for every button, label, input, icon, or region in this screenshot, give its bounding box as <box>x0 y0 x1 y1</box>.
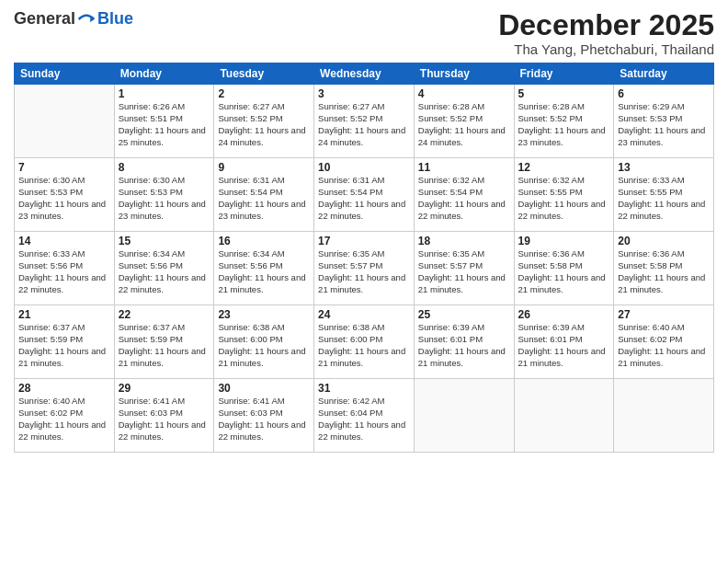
table-row: 31Sunrise: 6:42 AMSunset: 6:04 PMDayligh… <box>314 379 415 453</box>
day-number: 29 <box>119 382 210 395</box>
title-section: December 2025 Tha Yang, Phetchaburi, Tha… <box>498 9 714 57</box>
table-row: 8Sunrise: 6:30 AMSunset: 5:53 PMDaylight… <box>114 158 214 232</box>
table-row <box>614 379 714 453</box>
day-number: 21 <box>18 308 110 321</box>
table-row <box>15 85 115 158</box>
table-row: 29Sunrise: 6:41 AMSunset: 6:03 PMDayligh… <box>114 379 214 453</box>
calendar-week-row: 1Sunrise: 6:26 AMSunset: 5:51 PMDaylight… <box>15 85 714 158</box>
calendar-table: Sunday Monday Tuesday Wednesday Thursday… <box>14 63 714 453</box>
day-info: Sunrise: 6:34 AMSunset: 5:56 PMDaylight:… <box>119 248 210 295</box>
table-row: 6Sunrise: 6:29 AMSunset: 5:53 PMDaylight… <box>614 85 714 158</box>
day-number: 14 <box>18 235 110 247</box>
day-number: 31 <box>318 382 410 395</box>
col-sunday: Sunday <box>15 63 115 85</box>
day-info: Sunrise: 6:32 AMSunset: 5:54 PMDaylight:… <box>418 175 510 222</box>
day-info: Sunrise: 6:31 AMSunset: 5:54 PMDaylight:… <box>318 175 410 222</box>
col-thursday: Thursday <box>414 63 514 85</box>
day-info: Sunrise: 6:41 AMSunset: 6:03 PMDaylight:… <box>218 396 310 442</box>
day-info: Sunrise: 6:40 AMSunset: 6:02 PMDaylight:… <box>18 396 110 442</box>
day-info: Sunrise: 6:38 AMSunset: 6:00 PMDaylight:… <box>218 322 310 369</box>
table-row: 21Sunrise: 6:37 AMSunset: 5:59 PMDayligh… <box>15 305 115 379</box>
col-tuesday: Tuesday <box>214 63 314 85</box>
table-row: 11Sunrise: 6:32 AMSunset: 5:54 PMDayligh… <box>414 158 514 232</box>
day-number: 20 <box>618 235 710 247</box>
day-number: 8 <box>119 161 210 174</box>
day-info: Sunrise: 6:36 AMSunset: 5:58 PMDaylight:… <box>518 248 610 295</box>
table-row: 14Sunrise: 6:33 AMSunset: 5:56 PMDayligh… <box>15 232 115 305</box>
day-number: 6 <box>618 87 710 100</box>
day-number: 12 <box>518 161 610 174</box>
day-number: 23 <box>218 308 310 321</box>
day-info: Sunrise: 6:33 AMSunset: 5:55 PMDaylight:… <box>618 175 710 222</box>
day-number: 7 <box>18 161 110 174</box>
table-row: 10Sunrise: 6:31 AMSunset: 5:54 PMDayligh… <box>314 158 415 232</box>
table-row: 26Sunrise: 6:39 AMSunset: 6:01 PMDayligh… <box>514 305 614 379</box>
col-friday: Friday <box>514 63 614 85</box>
day-info: Sunrise: 6:35 AMSunset: 5:57 PMDaylight:… <box>418 248 510 295</box>
calendar-header-row: Sunday Monday Tuesday Wednesday Thursday… <box>15 63 714 85</box>
calendar-week-row: 7Sunrise: 6:30 AMSunset: 5:53 PMDaylight… <box>15 158 714 232</box>
day-info: Sunrise: 6:27 AMSunset: 5:52 PMDaylight:… <box>318 101 410 148</box>
table-row: 2Sunrise: 6:27 AMSunset: 5:52 PMDaylight… <box>214 85 314 158</box>
day-info: Sunrise: 6:39 AMSunset: 6:01 PMDaylight:… <box>518 322 610 369</box>
day-number: 22 <box>119 308 210 321</box>
day-number: 17 <box>318 235 410 247</box>
day-info: Sunrise: 6:28 AMSunset: 5:52 PMDaylight:… <box>518 101 610 148</box>
day-info: Sunrise: 6:30 AMSunset: 5:53 PMDaylight:… <box>119 175 210 222</box>
day-info: Sunrise: 6:42 AMSunset: 6:04 PMDaylight:… <box>318 396 410 442</box>
day-number: 15 <box>119 235 210 247</box>
day-info: Sunrise: 6:37 AMSunset: 5:59 PMDaylight:… <box>119 322 210 369</box>
day-info: Sunrise: 6:29 AMSunset: 5:53 PMDaylight:… <box>618 101 710 148</box>
col-monday: Monday <box>114 63 214 85</box>
day-info: Sunrise: 6:41 AMSunset: 6:03 PMDaylight:… <box>119 396 210 442</box>
calendar-week-row: 14Sunrise: 6:33 AMSunset: 5:56 PMDayligh… <box>15 232 714 305</box>
calendar-week-row: 21Sunrise: 6:37 AMSunset: 5:59 PMDayligh… <box>15 305 714 379</box>
table-row: 13Sunrise: 6:33 AMSunset: 5:55 PMDayligh… <box>614 158 714 232</box>
day-number: 10 <box>318 161 410 174</box>
day-number: 25 <box>418 308 510 321</box>
day-number: 30 <box>218 382 310 395</box>
logo-blue-text: Blue <box>97 9 133 29</box>
day-info: Sunrise: 6:30 AMSunset: 5:53 PMDaylight:… <box>18 175 110 222</box>
col-saturday: Saturday <box>614 63 714 85</box>
day-number: 26 <box>518 308 610 321</box>
table-row: 7Sunrise: 6:30 AMSunset: 5:53 PMDaylight… <box>15 158 115 232</box>
table-row: 5Sunrise: 6:28 AMSunset: 5:52 PMDaylight… <box>514 85 614 158</box>
day-number: 16 <box>218 235 310 247</box>
day-info: Sunrise: 6:37 AMSunset: 5:59 PMDaylight:… <box>18 322 110 369</box>
day-number: 27 <box>618 308 710 321</box>
day-info: Sunrise: 6:40 AMSunset: 6:02 PMDaylight:… <box>618 322 710 369</box>
table-row: 24Sunrise: 6:38 AMSunset: 6:00 PMDayligh… <box>314 305 415 379</box>
table-row: 9Sunrise: 6:31 AMSunset: 5:54 PMDaylight… <box>214 158 314 232</box>
day-number: 28 <box>18 382 110 395</box>
day-info: Sunrise: 6:38 AMSunset: 6:00 PMDaylight:… <box>318 322 410 369</box>
page: General Blue December 2025 Tha Yang, Phe… <box>0 0 728 563</box>
day-info: Sunrise: 6:31 AMSunset: 5:54 PMDaylight:… <box>218 175 310 222</box>
table-row: 23Sunrise: 6:38 AMSunset: 6:00 PMDayligh… <box>214 305 314 379</box>
table-row: 19Sunrise: 6:36 AMSunset: 5:58 PMDayligh… <box>514 232 614 305</box>
table-row: 17Sunrise: 6:35 AMSunset: 5:57 PMDayligh… <box>314 232 415 305</box>
table-row: 12Sunrise: 6:32 AMSunset: 5:55 PMDayligh… <box>514 158 614 232</box>
day-number: 24 <box>318 308 410 321</box>
day-number: 13 <box>618 161 710 174</box>
day-info: Sunrise: 6:34 AMSunset: 5:56 PMDaylight:… <box>218 248 310 295</box>
day-info: Sunrise: 6:33 AMSunset: 5:56 PMDaylight:… <box>18 248 110 295</box>
day-info: Sunrise: 6:35 AMSunset: 5:57 PMDaylight:… <box>318 248 410 295</box>
day-number: 2 <box>218 87 310 100</box>
logo-icon <box>77 10 96 29</box>
table-row <box>414 379 514 453</box>
day-info: Sunrise: 6:39 AMSunset: 6:01 PMDaylight:… <box>418 322 510 369</box>
table-row: 30Sunrise: 6:41 AMSunset: 6:03 PMDayligh… <box>214 379 314 453</box>
table-row: 3Sunrise: 6:27 AMSunset: 5:52 PMDaylight… <box>314 85 415 158</box>
day-info: Sunrise: 6:28 AMSunset: 5:52 PMDaylight:… <box>418 101 510 148</box>
table-row: 25Sunrise: 6:39 AMSunset: 6:01 PMDayligh… <box>414 305 514 379</box>
day-info: Sunrise: 6:36 AMSunset: 5:58 PMDaylight:… <box>618 248 710 295</box>
day-number: 18 <box>418 235 510 247</box>
location: Tha Yang, Phetchaburi, Thailand <box>498 41 714 57</box>
col-wednesday: Wednesday <box>314 63 415 85</box>
table-row: 27Sunrise: 6:40 AMSunset: 6:02 PMDayligh… <box>614 305 714 379</box>
day-number: 5 <box>518 87 610 100</box>
day-number: 19 <box>518 235 610 247</box>
month-title: December 2025 <box>498 9 714 41</box>
day-info: Sunrise: 6:27 AMSunset: 5:52 PMDaylight:… <box>218 101 310 148</box>
